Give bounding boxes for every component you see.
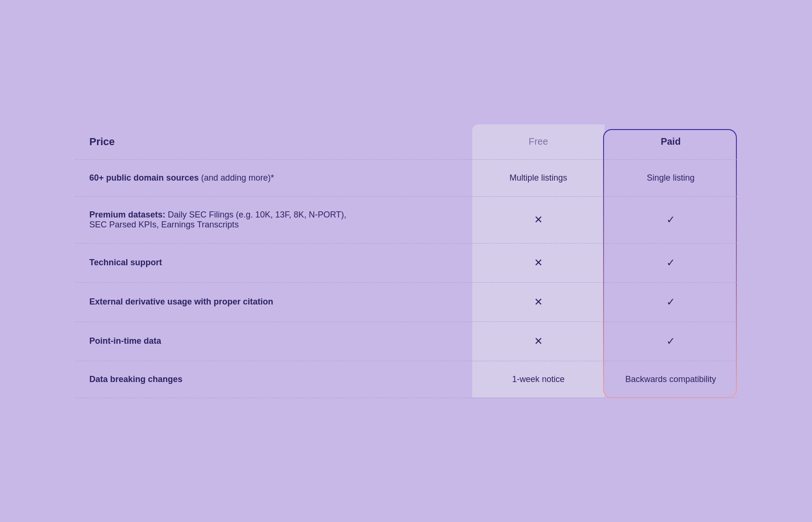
cross-icon: ✕ [534, 335, 543, 347]
cross-icon: ✕ [534, 214, 543, 226]
feature-bold-external-derivative: External derivative usage with proper ci… [89, 297, 273, 306]
cross-icon: ✕ [534, 296, 543, 308]
table-row-technical-support: Technical support✕✓ [75, 244, 737, 283]
paid-cell-data-breaking: Backwards compatibility [605, 361, 737, 398]
check-icon: ✓ [666, 296, 675, 308]
free-cell-technical-support: ✕ [472, 244, 605, 283]
cross-icon: ✕ [534, 257, 543, 269]
paid-cell-public-domain: Single listing [605, 160, 737, 197]
pricing-table-container: Price Free Paid 60+ public domain source… [56, 115, 756, 408]
paid-value-public-domain: Single listing [647, 173, 694, 183]
feature-cell-data-breaking: Data breaking changes [75, 361, 472, 398]
feature-normal-public-domain: (and adding more)* [199, 173, 274, 183]
check-icon: ✓ [666, 214, 675, 226]
paid-cell-premium-datasets: ✓ [605, 197, 737, 244]
paid-cell-point-in-time: ✓ [605, 322, 737, 361]
paid-cell-technical-support: ✓ [605, 244, 737, 283]
free-value-data-breaking: 1-week notice [512, 374, 564, 384]
check-icon: ✓ [666, 257, 675, 269]
feature-cell-technical-support: Technical support [75, 244, 472, 283]
free-header: Free [472, 124, 605, 160]
table-row-point-in-time: Point-in-time data✕✓ [75, 322, 737, 361]
free-cell-external-derivative: ✕ [472, 283, 605, 322]
table-wrapper: Price Free Paid 60+ public domain source… [75, 124, 737, 398]
feature-cell-premium-datasets: Premium datasets: Daily SEC Filings (e.g… [75, 197, 472, 244]
free-cell-point-in-time: ✕ [472, 322, 605, 361]
feature-cell-public-domain: 60+ public domain sources (and adding mo… [75, 160, 472, 197]
header-row: Price Free Paid [75, 124, 737, 160]
table-row-data-breaking: Data breaking changes1-week noticeBackwa… [75, 361, 737, 398]
free-cell-premium-datasets: ✕ [472, 197, 605, 244]
check-icon: ✓ [666, 335, 675, 347]
comparison-table: Price Free Paid 60+ public domain source… [75, 124, 737, 398]
feature-cell-point-in-time: Point-in-time data [75, 322, 472, 361]
paid-value-data-breaking: Backwards compatibility [625, 374, 716, 384]
free-cell-public-domain: Multiple listings [472, 160, 605, 197]
feature-bold-public-domain: 60+ public domain sources [89, 173, 199, 183]
table-row-external-derivative: External derivative usage with proper ci… [75, 283, 737, 322]
table-row-premium-datasets: Premium datasets: Daily SEC Filings (e.g… [75, 197, 737, 244]
bottom-border-row [75, 398, 737, 398]
free-value-public-domain: Multiple listings [510, 173, 567, 183]
feature-bold-premium-datasets: Premium datasets: [89, 210, 165, 219]
feature-bold-data-breaking: Data breaking changes [89, 374, 182, 384]
feature-cell-external-derivative: External derivative usage with proper ci… [75, 283, 472, 322]
feature-bold-technical-support: Technical support [89, 258, 162, 267]
feature-bold-point-in-time: Point-in-time data [89, 336, 161, 346]
feature-header: Price [75, 124, 472, 160]
free-cell-data-breaking: 1-week notice [472, 361, 605, 398]
paid-cell-external-derivative: ✓ [605, 283, 737, 322]
table-row-public-domain: 60+ public domain sources (and adding mo… [75, 160, 737, 197]
paid-header: Paid [605, 124, 737, 160]
